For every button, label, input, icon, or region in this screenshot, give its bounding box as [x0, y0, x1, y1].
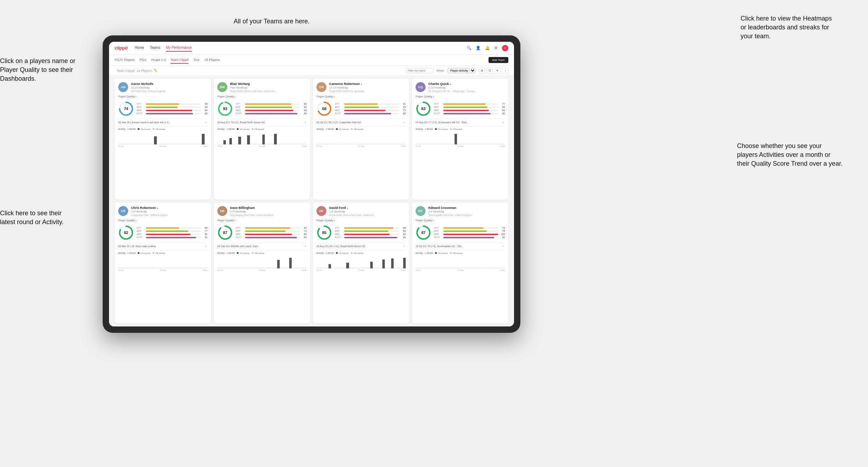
tab-pgat[interactable]: PGAT Players	[115, 57, 135, 64]
latest-round[interactable]: 19 Jul 23 | 74 (+3), Sunningdale GC - Ol…	[416, 243, 505, 248]
list-view-btn[interactable]: ☰	[486, 68, 493, 74]
tab-hcaps[interactable]: Hcaps 1-5	[151, 57, 166, 64]
quality-section[interactable]: 87 OTT 73 APP 79 ARG	[416, 225, 505, 240]
mini-chart	[118, 256, 207, 268]
player-card[interactable]: BM Blair McHarg Plus Handicap Royal Nort…	[214, 79, 310, 200]
quality-section[interactable]: 74 OTT 60 APP 58 ARG	[118, 101, 207, 116]
stat-bar-bg	[245, 107, 300, 108]
chart-bar	[319, 268, 322, 268]
latest-round[interactable]: 02 Sep 23 | Sunset round to get back int…	[118, 119, 207, 124]
add-team-button[interactable]: Add Team	[489, 57, 508, 63]
stat-bar-fill	[245, 110, 293, 111]
player-name[interactable]: Edward Crossman	[428, 206, 505, 210]
quality-circle[interactable]: 83	[416, 101, 431, 116]
grid-view-btn[interactable]: ⊞	[479, 68, 485, 74]
settings-icon[interactable]: ⚙	[494, 46, 498, 50]
latest-round[interactable]: 26 Aug 23 | 84 (+12), Royal North Devon …	[316, 243, 406, 248]
quality-section[interactable]: 68 OTT 61 APP 63 ARG	[316, 101, 406, 116]
quality-circle[interactable]: 87	[217, 225, 233, 240]
player-header: DF David Ford ● 1-5 Handicap Royal North…	[316, 206, 406, 217]
stat-label: OTT	[236, 227, 244, 229]
quality-section[interactable]: 82 OTT 60 APP 77 ARG	[118, 225, 207, 240]
quality-section[interactable]: 87 OTT 82 APP 74 ARG	[217, 225, 307, 240]
stat-bar-fill	[443, 103, 486, 105]
chart-bar	[217, 268, 220, 268]
edit-icon[interactable]: ✏️	[154, 69, 158, 72]
stat-label: ARG	[137, 233, 144, 235]
chart-bar	[289, 258, 292, 268]
nav-home[interactable]: Home	[135, 44, 144, 52]
chart-bar	[316, 144, 319, 144]
chart-bar	[157, 144, 160, 144]
player-card[interactable]: DB Dave Billingham 1-5 Handicap Sog Magi…	[214, 203, 310, 324]
player-handicap: 11-15 Handicap	[329, 86, 406, 90]
player-name[interactable]: Chris Robertson ●	[131, 206, 207, 210]
stat-label: PUTT	[236, 112, 244, 115]
player-name[interactable]: David Ford ●	[329, 206, 406, 210]
player-name[interactable]: Cameron Robertson ●	[329, 82, 406, 86]
stat-row-ott: OTT 60	[137, 103, 207, 105]
activity-label: Activity · 1 Month On course Off course	[118, 252, 207, 254]
avatar-icon[interactable]: U	[502, 45, 508, 51]
latest-round[interactable]: 26 Aug 23 | 73 (+1), Royal North Devon G…	[217, 119, 307, 124]
latest-round[interactable]: 04 Sep 23 | Mobility with coach, Gym →	[217, 243, 307, 248]
tab-team-clippd[interactable]: Team Clippd	[171, 57, 188, 64]
stat-value: 83	[401, 233, 406, 235]
latest-round[interactable]: 03 Mar 23 | 19, Must make putting →	[118, 243, 207, 248]
latest-round[interactable]: 07 Aug 23 | 77 (+7), St George's Hill GC…	[416, 119, 505, 124]
activity-section: Activity · 1 Month On course Off course …	[118, 126, 207, 147]
stat-bar-fill	[146, 107, 178, 108]
chart-bar	[274, 268, 276, 268]
nav-teams[interactable]: Teams	[150, 44, 160, 52]
quality-circle[interactable]: 93	[217, 101, 233, 116]
player-name[interactable]: Dave Billingham	[230, 206, 307, 210]
player-card[interactable]: CQ Charlie Quick ● 6-10 Handicap St. Geo…	[412, 79, 508, 200]
filter-btn[interactable]: ▼	[494, 68, 501, 74]
player-name[interactable]: Blair McHarg	[230, 82, 307, 86]
chart-bar	[388, 268, 391, 268]
chart-bar	[265, 144, 268, 144]
player-name[interactable]: Aaron Nicholls	[131, 82, 207, 86]
quality-section[interactable]: 93 OTT 84 APP 85 ARG	[217, 101, 307, 116]
chart-bar	[430, 268, 433, 268]
filter-input[interactable]	[405, 68, 434, 73]
quality-label: Player Quality ℹ	[118, 219, 207, 222]
quality-section[interactable]: 85 OTT 89 APP 80 ARG	[316, 225, 406, 240]
chart-bar	[394, 268, 396, 268]
chart-bar	[355, 268, 358, 268]
stat-row-ott: OTT 60	[137, 227, 207, 229]
quality-section[interactable]: 83 OTT 77 APP 80 ARG	[416, 101, 505, 116]
tab-tour[interactable]: Tour	[193, 57, 200, 64]
stat-row-app: APP 63	[335, 106, 406, 108]
chart-bar	[355, 144, 358, 144]
player-card[interactable]: CR Chris Robertson ● 1-5 Handicap Craigm…	[115, 203, 211, 324]
user-icon[interactable]: 👤	[476, 46, 481, 50]
latest-round[interactable]: 02 Jul 23 | 59 (+17), Craigmillar Park G…	[316, 119, 406, 124]
search-icon[interactable]: 🔍	[467, 46, 472, 50]
bell-icon[interactable]: 🔔	[485, 46, 490, 50]
quality-circle[interactable]: 82	[118, 225, 134, 240]
player-name[interactable]: Charlie Quick ●	[428, 82, 505, 86]
stat-bar-bg	[344, 237, 399, 238]
annotation-latest-round: Click here to see their latest round or …	[0, 209, 78, 227]
tab-pga[interactable]: PGA	[139, 57, 146, 64]
nav-performance[interactable]: My Performance	[166, 44, 192, 52]
chart-bar	[256, 268, 259, 268]
player-card[interactable]: CR Cameron Robertson ● 11-15 Handicap Ro…	[313, 79, 409, 200]
tablet-screen: clippd Home Teams My Performance 🔍 👤 🔔 ⚙…	[109, 42, 514, 326]
chart-bar	[478, 268, 481, 268]
chart-bar	[331, 144, 334, 144]
show-select[interactable]: Player Activity	[447, 68, 476, 74]
player-card[interactable]: AN Aaron Nicholls 11-15 Handicap Drift G…	[115, 79, 211, 200]
stat-value: 80	[500, 106, 505, 108]
quality-number: 85	[322, 230, 326, 235]
quality-circle[interactable]: 68	[316, 101, 332, 116]
tab-all-players[interactable]: All Players	[205, 57, 220, 64]
sort-btn[interactable]: ↕	[502, 68, 508, 74]
quality-circle[interactable]: 85	[316, 225, 332, 240]
player-card[interactable]: DF David Ford ● 1-5 Handicap Royal North…	[313, 203, 409, 324]
quality-circle[interactable]: 74	[118, 101, 134, 116]
chart-bar	[280, 268, 282, 268]
player-card[interactable]: EC Edward Crossman 1-5 Handicap Sunningd…	[412, 203, 508, 324]
quality-circle[interactable]: 87	[416, 225, 431, 240]
